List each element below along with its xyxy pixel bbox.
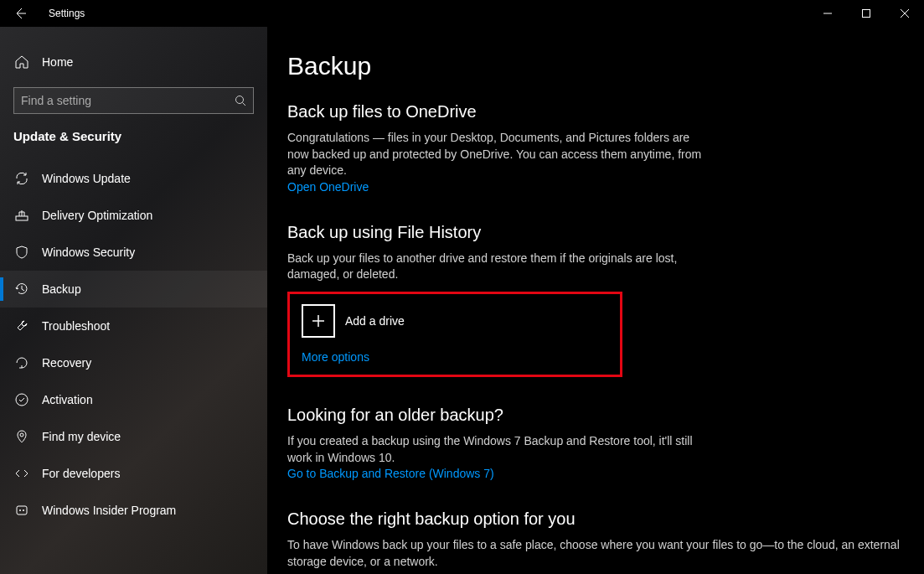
sidebar-item-for-developers[interactable]: For developers	[0, 455, 267, 492]
content-area: Backup Back up files to OneDrive Congrat…	[267, 27, 924, 574]
sidebar-item-backup[interactable]: Backup	[0, 271, 267, 308]
open-onedrive-link[interactable]: Open OneDrive	[287, 180, 369, 194]
home-button[interactable]: Home	[0, 44, 267, 80]
add-drive-button[interactable]: Add a drive	[302, 304, 608, 338]
window-controls	[808, 0, 924, 27]
backup-restore-link[interactable]: Go to Backup and Restore (Windows 7)	[287, 467, 494, 480]
sidebar-item-recovery[interactable]: Recovery	[0, 344, 267, 381]
sidebar-item-windows-security[interactable]: Windows Security	[0, 234, 267, 271]
category-title: Update & Security	[0, 129, 267, 160]
search-input[interactable]	[21, 94, 235, 107]
sidebar-item-windows-update[interactable]: Windows Update	[0, 160, 267, 197]
backup-icon	[13, 281, 30, 297]
section-older-backup: Looking for an older backup? If you crea…	[287, 406, 901, 481]
arrow-left-icon	[13, 7, 27, 20]
sidebar-item-label: Activation	[42, 393, 93, 406]
sidebar-item-label: Recovery	[42, 356, 91, 370]
svg-rect-2	[16, 216, 28, 220]
minimize-button[interactable]	[808, 0, 847, 27]
highlight-box: Add a drive More options	[287, 292, 622, 377]
nav-list: Windows Update Delivery Optimization Win…	[0, 160, 267, 529]
sidebar-item-label: Backup	[42, 282, 81, 296]
sidebar-item-label: For developers	[42, 467, 120, 480]
svg-point-1	[236, 96, 244, 104]
recovery-icon	[13, 354, 30, 371]
delivery-icon	[13, 207, 30, 224]
sidebar: Home Update & Security Windows Update De…	[0, 27, 267, 574]
sidebar-item-windows-insider[interactable]: Windows Insider Program	[0, 492, 267, 529]
sidebar-item-label: Windows Security	[42, 246, 135, 259]
add-drive-label: Add a drive	[345, 314, 405, 328]
section-text: To have Windows back up your files to a …	[287, 537, 901, 570]
sidebar-item-troubleshoot[interactable]: Troubleshoot	[0, 308, 267, 344]
shield-icon	[13, 244, 30, 261]
home-icon	[13, 54, 30, 70]
maximize-icon	[862, 9, 870, 18]
section-heading: Back up using File History	[287, 223, 901, 242]
section-heading: Looking for an older backup?	[287, 406, 901, 425]
page-title: Backup	[287, 52, 901, 80]
sync-icon	[13, 170, 30, 187]
sidebar-item-label: Windows Update	[42, 172, 131, 185]
svg-point-7	[23, 509, 24, 511]
svg-rect-0	[863, 10, 870, 18]
more-options-link[interactable]: More options	[302, 350, 369, 364]
section-choose-option: Choose the right backup option for you T…	[287, 509, 901, 570]
wrench-icon	[13, 318, 30, 334]
close-icon	[901, 9, 909, 18]
svg-rect-5	[17, 506, 27, 515]
check-circle-icon	[13, 391, 30, 408]
section-onedrive: Back up files to OneDrive Congratulation…	[287, 102, 901, 194]
search-box[interactable]	[13, 87, 254, 114]
sidebar-item-delivery-optimization[interactable]: Delivery Optimization	[0, 197, 267, 234]
sidebar-item-label: Windows Insider Program	[42, 504, 176, 517]
sidebar-item-find-my-device[interactable]: Find my device	[0, 418, 267, 455]
section-text: Back up your files to another drive and …	[287, 251, 706, 283]
sidebar-item-activation[interactable]: Activation	[0, 381, 267, 418]
section-file-history: Back up using File History Back up your …	[287, 223, 901, 377]
section-heading: Back up files to OneDrive	[287, 102, 901, 122]
insider-icon	[13, 502, 30, 519]
svg-point-6	[19, 509, 21, 511]
section-text: If you created a backup using the Window…	[287, 433, 706, 466]
search-icon	[235, 95, 246, 106]
maximize-button[interactable]	[847, 0, 885, 27]
window-title: Settings	[49, 8, 85, 19]
back-button[interactable]	[0, 0, 40, 27]
sidebar-item-label: Delivery Optimization	[42, 209, 152, 222]
svg-point-3	[16, 394, 28, 406]
sidebar-item-label: Find my device	[42, 430, 121, 443]
location-icon	[13, 428, 30, 445]
home-label: Home	[42, 55, 73, 69]
section-heading: Choose the right backup option for you	[287, 509, 901, 529]
sidebar-item-label: Troubleshoot	[42, 319, 110, 333]
section-text: Congratulations — files in your Desktop,…	[287, 130, 706, 179]
close-button[interactable]	[885, 0, 924, 27]
code-icon	[13, 465, 30, 482]
minimize-icon	[823, 9, 832, 18]
titlebar: Settings	[0, 0, 924, 27]
plus-icon	[302, 304, 335, 338]
svg-point-4	[20, 433, 23, 437]
